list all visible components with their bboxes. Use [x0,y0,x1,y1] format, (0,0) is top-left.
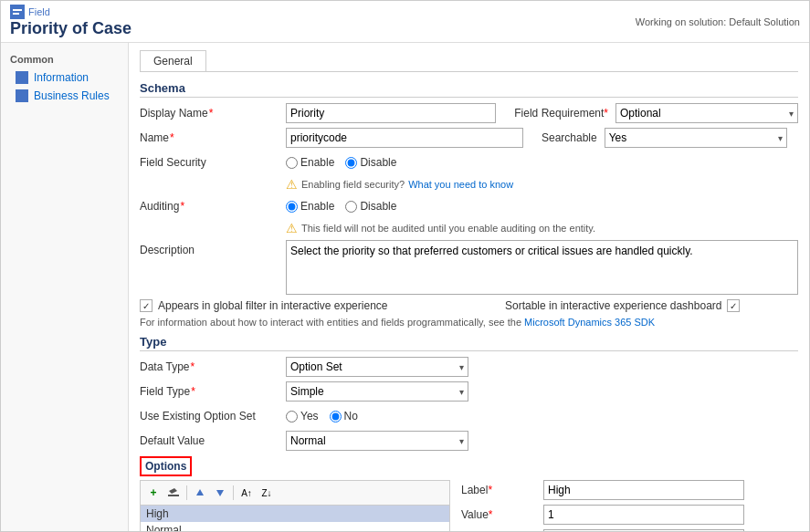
name-label: Name* [140,131,286,144]
sidebar-item-business-rules-label: Business Rules [34,89,110,102]
up-icon [195,487,205,498]
auditing-row: Auditing* Enable Disable [140,196,798,216]
field-security-link[interactable]: What you need to know [408,179,513,190]
type-section-title: Type [140,335,798,351]
default-value-label: Default Value [140,434,286,447]
data-type-dropdown[interactable]: Option Set Two Options Whole Number [290,360,464,373]
option-item-normal[interactable]: Normal [141,522,449,531]
field-security-disable-radio[interactable] [345,157,357,169]
auditing-warning-row: ⚠ This field will not be audited until y… [140,221,798,235]
down-icon [215,487,226,498]
options-description-row: Description [461,529,798,531]
auditing-warning-text: This field will not be audited until you… [301,223,595,234]
field-requirement-section: Field Requirement* Optional Business Rec… [514,103,798,123]
display-name-row: Display Name* Field Requirement* Optiona… [140,103,798,123]
sidebar-item-information-label: Information [34,71,89,84]
toolbar-separator-1 [186,485,187,500]
auditing-radio-group: Enable Disable [286,200,396,213]
options-label-row: Label* [461,480,798,500]
options-value-input[interactable] [543,505,744,525]
field-requirement-select[interactable]: Optional Business Recommended Business R… [615,103,798,123]
default-value-select[interactable]: High Normal Low Critical [286,431,468,451]
auditing-enable-radio[interactable] [286,201,298,213]
tabs: General [140,50,798,72]
description-label: Description [140,240,286,256]
top-bar-left: Field Priority of Case [10,5,131,38]
svg-rect-1 [13,9,22,11]
options-value-field-label: Value* [461,508,543,521]
options-label-input[interactable] [543,480,744,500]
option-item-high[interactable]: High [141,506,449,522]
use-existing-yes-radio[interactable] [286,411,298,422]
sidebar-section-common: Common [1,50,128,68]
global-filter-row: Appears in global filter in interactive … [140,299,798,312]
options-down-btn[interactable] [211,484,229,502]
svg-marker-6 [216,490,224,496]
options-add-btn[interactable]: + [144,484,163,502]
field-security-enable-label[interactable]: Enable [286,156,334,169]
searchable-select[interactable]: Yes No [605,128,787,148]
name-input[interactable] [286,128,523,148]
sidebar-item-business-rules[interactable]: Business Rules [1,87,128,105]
svg-rect-3 [168,495,179,496]
field-security-disable-label[interactable]: Disable [345,156,396,169]
options-description-textarea[interactable] [543,529,744,531]
field-security-warning-text: Enabling field security? [301,179,405,190]
auditing-disable-label[interactable]: Disable [345,200,396,213]
field-label: Field [28,6,50,17]
global-filter-left: Appears in global filter in interactive … [140,299,487,312]
default-value-row: Default Value High Normal Low Critical [140,431,798,451]
default-value-dropdown[interactable]: High Normal Low Critical [290,434,464,447]
options-description-label: Description [461,529,543,531]
sdk-link[interactable]: Microsoft Dynamics 365 SDK [524,317,655,328]
searchable-dropdown[interactable]: Yes No [609,131,783,144]
sortable-checkbox[interactable] [727,299,740,312]
tab-general[interactable]: General [140,50,206,71]
options-right-form: Label* Value* Des [461,480,798,531]
auditing-enable-label[interactable]: Enable [286,200,334,213]
options-toolbar: + [140,480,450,505]
field-type-select[interactable]: Simple Calculated Rollup [286,381,468,402]
auditing-warning-icon: ⚠ [286,221,298,235]
description-row: Description Select the priority so that … [140,240,798,295]
svg-marker-5 [196,489,204,495]
searchable-label: Searchable [542,131,597,144]
options-sort-az-btn[interactable]: A↑ [237,484,256,502]
options-label: Options [140,456,192,476]
name-row: Name* Searchable Yes No [140,128,798,148]
auditing-disable-radio[interactable] [345,201,357,213]
svg-marker-4 [169,488,177,494]
data-type-row: Data Type* Option Set Two Options Whole … [140,357,798,377]
field-security-row: Field Security Enable Disable [140,152,798,172]
sidebar: Common Information Business Rules [1,43,129,531]
information-icon [16,71,28,84]
field-type-dropdown[interactable]: Simple Calculated Rollup [290,385,464,398]
display-name-input[interactable] [286,103,496,123]
toolbar-separator-2 [233,485,234,500]
sortable-section: Sortable in interactive experience dashb… [505,299,740,312]
business-rules-icon [16,89,28,102]
global-filter-label: Appears in global filter in interactive … [158,299,387,312]
edit-icon [167,486,180,499]
field-requirement-dropdown[interactable]: Optional Business Recommended Business R… [620,107,794,120]
auditing-label: Auditing* [140,200,286,213]
svg-rect-2 [13,13,19,15]
field-security-enable-radio[interactable] [286,157,298,169]
use-existing-no-radio[interactable] [330,411,342,422]
field-security-label: Field Security [140,156,286,169]
options-layout: + [140,480,798,531]
data-type-select[interactable]: Option Set Two Options Whole Number [286,357,468,377]
use-existing-yes-label[interactable]: Yes [286,410,319,422]
description-textarea[interactable]: Select the priority so that preferred cu… [286,240,798,295]
options-up-btn[interactable] [191,484,209,502]
options-edit-btn[interactable] [164,484,183,502]
field-type-row: Field Type* Simple Calculated Rollup [140,381,798,402]
options-value-row: Value* [461,505,798,525]
global-filter-checkbox[interactable] [140,299,153,312]
sidebar-item-information[interactable]: Information [1,68,128,87]
options-sort-za-btn[interactable]: Z↓ [258,484,276,502]
type-section: Type Data Type* Option Set Two Options W… [140,335,798,451]
use-existing-no-label[interactable]: No [330,410,358,422]
options-list-container: + [140,480,450,531]
options-list: High Normal Low Critical [140,505,450,531]
